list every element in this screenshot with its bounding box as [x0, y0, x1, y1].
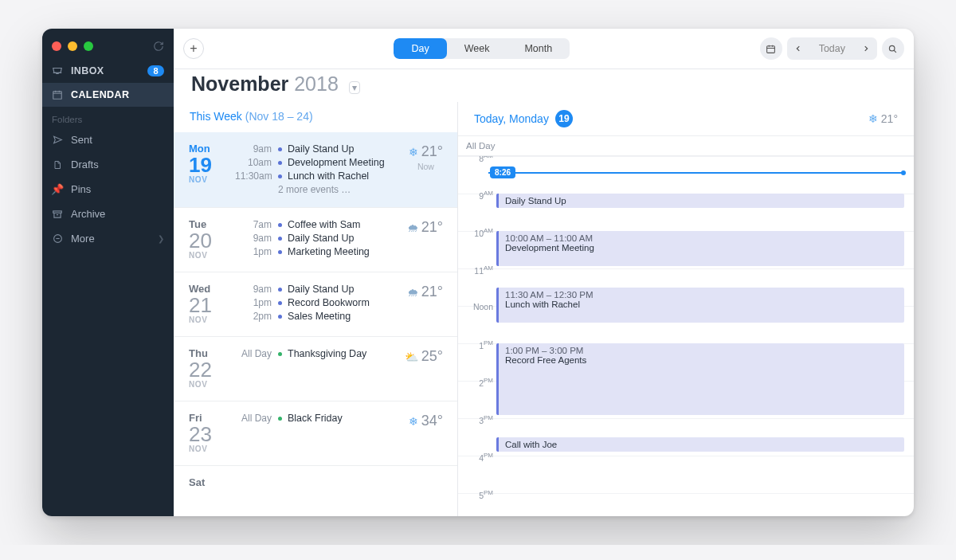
hour-label: 9AM [458, 190, 493, 201]
hour-label: 1PM [458, 339, 493, 350]
day-temp: 21° [881, 112, 898, 125]
weather-note: Now [409, 162, 443, 171]
sidebar-item-drafts[interactable]: Drafts [42, 152, 174, 177]
sidebar-item-label: Archive [71, 208, 105, 220]
calendar-event[interactable]: Call with Joe [496, 437, 904, 452]
inbox-label: INBOX [71, 65, 104, 76]
search-button[interactable] [882, 37, 904, 60]
mini-calendar-button[interactable] [760, 37, 782, 60]
now-time: 8:26 [490, 166, 515, 178]
more-events[interactable]: 2 more events … [278, 184, 442, 195]
calendar-event[interactable]: Daily Stand Up [496, 194, 904, 208]
event-title: Development Meeting [288, 157, 385, 168]
agenda-day[interactable]: Wed21NOV9amDaily Stand Up1pmRecord Bookw… [174, 272, 457, 336]
timeline[interactable]: 8AM9AM10AM11AMNoon1PM2PM3PM4PM5PMDaily S… [458, 156, 914, 516]
event-dot [278, 147, 282, 151]
day-weather: 🌧21° [407, 219, 443, 236]
day-number-badge: 19 [555, 110, 573, 127]
app-window: INBOX 8 CALENDAR Folders SentDrafts📌Pins… [42, 29, 914, 516]
day-weather: ❄︎21°Now [409, 143, 443, 171]
svg-point-4 [890, 45, 895, 51]
event-time: All Day [235, 348, 272, 359]
minimize-icon[interactable] [68, 41, 77, 51]
agenda-daynum: 22 [189, 359, 233, 380]
svg-rect-3 [767, 45, 775, 53]
toolbar: + DayWeekMonth Today [174, 29, 914, 69]
title-year: 2018 [294, 72, 339, 95]
event-title: Black Friday [288, 413, 343, 424]
inbox-badge: 8 [147, 65, 164, 76]
agenda-day[interactable]: Fri23NOVAll DayBlack Friday❄︎34° [174, 401, 457, 465]
sidebar-item-label: Sent [71, 134, 92, 146]
agenda-day[interactable]: Tue20NOV7amCoffee with Sam9amDaily Stand… [174, 207, 457, 272]
folders-label: Folders [42, 107, 174, 127]
all-day-row: All Day [458, 135, 914, 156]
agenda-event[interactable]: 2pmSales Meeting [235, 311, 442, 322]
agenda-daynum: 23 [189, 424, 233, 444]
event-title: Daily Stand Up [288, 284, 354, 295]
prev-button[interactable] [787, 37, 809, 60]
event-time: 9am [235, 233, 272, 244]
calendar-label: CALENDAR [71, 89, 129, 100]
agenda-day[interactable]: Mon19NOV9amDaily Stand Up10amDevelopment… [174, 132, 457, 207]
event-title: Daily Stand Up [505, 196, 898, 206]
event-dot [278, 288, 282, 292]
event-dot [278, 352, 282, 356]
event-title: Lunch with Rachel [288, 170, 369, 182]
event-time-range: 10:00 AM – 11:00 AM [505, 233, 898, 243]
event-dot [278, 315, 282, 319]
sidebar-item-calendar[interactable]: CALENDAR [42, 83, 174, 107]
sidebar-item-inbox[interactable]: INBOX 8 [42, 59, 174, 83]
now-indicator: 8:26 [488, 172, 904, 174]
sidebar-item-sent[interactable]: Sent [42, 127, 174, 152]
sent-icon [52, 135, 63, 145]
event-time: 1pm [235, 297, 272, 308]
inbox-icon [52, 66, 63, 76]
calendar-event[interactable]: 10:00 AM – 11:00 AMDevelopment Meeting [496, 231, 904, 266]
main: + DayWeekMonth Today [174, 29, 914, 516]
event-time: 10am [235, 157, 272, 168]
agenda-daynum: 21 [189, 295, 233, 315]
tab-day[interactable]: Day [394, 38, 446, 59]
svg-rect-1 [53, 210, 62, 212]
event-time-range: 1:00 PM – 3:00 PM [505, 346, 898, 355]
more-icon [52, 233, 63, 244]
event-title: Marketing Meeting [288, 246, 370, 257]
add-button[interactable]: + [183, 38, 204, 59]
day-weather: ❄︎34° [409, 413, 443, 429]
close-icon[interactable] [52, 41, 61, 51]
agenda-daynum: 20 [189, 230, 233, 251]
this-week-label: This Week [190, 110, 242, 123]
calendar-event[interactable]: 11:30 AM – 12:30 PMLunch with Rachel [496, 288, 904, 323]
agenda-day[interactable]: Sat [174, 465, 457, 500]
today-button[interactable]: Today [809, 43, 855, 54]
hour-label: 11AM [458, 264, 493, 276]
next-button[interactable] [855, 37, 877, 60]
event-time: 2pm [235, 311, 272, 322]
event-dot [278, 161, 282, 165]
agenda-event[interactable]: 1pmMarketing Meeting [235, 246, 442, 257]
sidebar: INBOX 8 CALENDAR Folders SentDrafts📌Pins… [42, 29, 174, 516]
title-dropdown-icon[interactable]: ▾ [349, 81, 360, 94]
event-title: Thanksgiving Day [288, 348, 366, 359]
sidebar-item-pins[interactable]: 📌Pins [42, 177, 174, 202]
tab-month[interactable]: Month [507, 38, 570, 59]
date-nav: Today [787, 37, 877, 60]
event-title: Daily Stand Up [288, 143, 354, 155]
event-title: Daily Stand Up [288, 233, 354, 244]
view-switcher: DayWeekMonth [394, 38, 570, 59]
hour-label: 8AM [458, 156, 493, 163]
agenda-event[interactable]: 11:30amLunch with Rachel [235, 170, 442, 182]
sidebar-item-label: More [71, 233, 95, 245]
hour-label: 10AM [458, 227, 493, 238]
zoom-icon[interactable] [84, 41, 93, 51]
event-time: 9am [235, 143, 272, 155]
tab-week[interactable]: Week [447, 38, 507, 59]
day-weather: ⛅25° [405, 348, 443, 365]
calendar-event[interactable]: 1:00 PM – 3:00 PMRecord Free Agents [496, 343, 904, 415]
sidebar-item-label: Pins [71, 183, 91, 195]
sync-icon[interactable] [153, 41, 164, 52]
sidebar-item-archive[interactable]: Archive [42, 202, 174, 226]
sidebar-item-more[interactable]: More❯ [42, 226, 174, 251]
agenda-day[interactable]: Thu22NOVAll DayThanksgiving Day⛅25° [174, 336, 457, 401]
